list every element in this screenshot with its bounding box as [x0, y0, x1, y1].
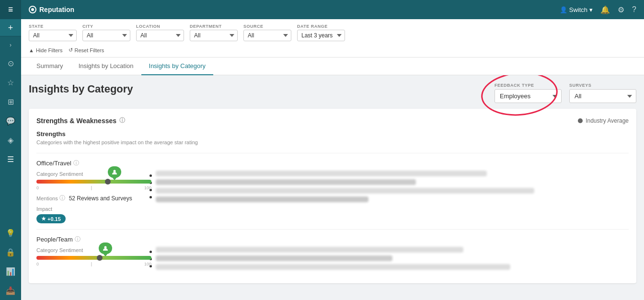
- logo-text: ☰: [8, 7, 13, 13]
- top-bar: Reputation 👤 Switch ▾ 🔔 ⚙ ?: [21, 0, 644, 19]
- sidebar-item-inbox[interactable]: 📥: [0, 281, 21, 300]
- feedback-type-group: FEEDBACK TYPE Employees: [494, 83, 562, 103]
- bar-labels: 0 | 100: [36, 185, 151, 190]
- category-left-people-team: People/Team ⓘ Category Sentiment 0: [36, 235, 142, 266]
- hide-filters-label: Hide Filters: [36, 47, 63, 53]
- blurred-bar-4: [156, 196, 368, 202]
- department-select[interactable]: All: [190, 30, 238, 41]
- tab-insights-location[interactable]: Insights by Location: [71, 58, 141, 75]
- sentiment-label-office-travel: Category Sentiment: [36, 171, 142, 177]
- card-title: Strengths & Weaknesses ⓘ: [36, 116, 125, 125]
- sidebar: ☰ + › ⊙ ☆ ⊞ 💬 ◈ ☰ 💡 🔒 📊 📥: [0, 0, 21, 300]
- content-area: Insights by Category FEEDBACK TYPE Emplo…: [21, 75, 644, 300]
- blurred-bar-3: [156, 188, 534, 194]
- impact-label: Impact: [36, 206, 142, 212]
- source-filter-group: SOURCE All: [243, 24, 291, 41]
- blurred-data-office-travel: [156, 171, 629, 202]
- svg-point-3: [104, 246, 107, 249]
- sidebar-item-lightbulb[interactable]: 💡: [0, 223, 21, 242]
- send-icon: ◈: [8, 136, 13, 145]
- brand-name: Reputation: [39, 6, 74, 13]
- sentiment-bar-track: [36, 180, 151, 184]
- sidebar-item-list[interactable]: ☰: [0, 150, 21, 169]
- dot-5: [150, 251, 152, 253]
- switch-button[interactable]: 👤 Switch ▾: [560, 6, 593, 13]
- blurred-data-people-team: [156, 247, 629, 270]
- feedback-type-select[interactable]: Employees: [494, 89, 562, 103]
- dot-4: [150, 196, 152, 198]
- user-icon: 👤: [560, 6, 567, 13]
- source-select[interactable]: All: [243, 30, 291, 41]
- sentiment-bar-track-2: [36, 256, 151, 260]
- sentiment-bubble-2: [99, 242, 112, 254]
- help-icon[interactable]: ?: [632, 5, 636, 14]
- settings-icon[interactable]: ⚙: [618, 5, 624, 14]
- mentions-label: Mentions ⓘ: [36, 194, 65, 202]
- impact-badge: ★ +0.15: [36, 214, 66, 223]
- sentiment-label-people-team: Category Sentiment: [36, 247, 142, 253]
- sentiment-marker: [105, 179, 111, 185]
- sidebar-item-lock[interactable]: 🔒: [0, 242, 21, 262]
- dot-1: [150, 174, 152, 177]
- industry-dot: [578, 118, 583, 123]
- mentions-info-icon[interactable]: ⓘ: [59, 194, 65, 202]
- switch-chevron-icon: ▾: [589, 6, 593, 13]
- tab-summary[interactable]: Summary: [29, 58, 71, 75]
- date-range-filter-group: DATE RANGE Last 3 years: [297, 24, 345, 41]
- hide-filters-button[interactable]: ▲ Hide Filters: [29, 47, 63, 53]
- card-header: Strengths & Weaknesses ⓘ Industry Averag…: [36, 116, 629, 125]
- person-icon: [112, 169, 117, 175]
- sidebar-logo: ☰: [0, 0, 21, 19]
- sidebar-item-grid[interactable]: ⊞: [0, 92, 21, 111]
- category-info-icon-2[interactable]: ⓘ: [75, 235, 80, 243]
- location-label: LOCATION: [136, 24, 184, 29]
- tab-insights-category[interactable]: Insights by Category: [141, 58, 214, 75]
- surveys-group: SURVEYS All: [569, 83, 636, 103]
- mentions-value: 52 Reviews and Surveys: [69, 195, 132, 202]
- sidebar-add-button[interactable]: +: [0, 19, 21, 36]
- bar-labels-2: 0 | 100: [36, 262, 151, 266]
- blurred-bar-5: [156, 247, 463, 253]
- city-select[interactable]: All: [82, 30, 130, 41]
- star-icon: ☆: [7, 78, 14, 87]
- strengths-weaknesses-card: Strengths & Weaknesses ⓘ Industry Averag…: [29, 109, 636, 283]
- feedback-type-label: FEEDBACK TYPE: [494, 83, 562, 88]
- card-title-info-icon[interactable]: ⓘ: [119, 116, 125, 125]
- category-name-office-travel: Office/Travel ⓘ: [36, 159, 142, 167]
- sentiment-bar-office-travel: 0 | 100: [36, 180, 151, 190]
- state-select[interactable]: All: [29, 30, 77, 41]
- strengths-title: Strengths: [36, 130, 629, 138]
- sentiment-marker-2: [97, 255, 103, 261]
- category-left-office-travel: Office/Travel ⓘ Category Sentiment 0: [36, 159, 142, 223]
- location-filter-group: LOCATION All: [136, 24, 184, 41]
- blurred-bar-2: [156, 179, 416, 185]
- plus-icon: +: [8, 23, 13, 32]
- date-range-select[interactable]: Last 3 years: [297, 30, 345, 41]
- city-label: CITY: [82, 24, 130, 29]
- sidebar-item-chat[interactable]: 💬: [0, 111, 21, 130]
- switch-label: Switch: [569, 6, 587, 13]
- bell-icon[interactable]: 🔔: [600, 5, 610, 14]
- person-icon-2: [103, 245, 108, 251]
- top-bar-right: 👤 Switch ▾ 🔔 ⚙ ?: [560, 5, 636, 14]
- sidebar-item-chart[interactable]: 📊: [0, 262, 21, 281]
- state-filter-group: STATE All: [29, 24, 77, 41]
- industry-average-legend: Industry Average: [578, 117, 629, 124]
- impact-value: +0.15: [47, 216, 61, 222]
- sidebar-item-home[interactable]: ⊙: [0, 54, 21, 73]
- sidebar-collapse[interactable]: ›: [0, 36, 21, 54]
- sidebar-item-star[interactable]: ☆: [0, 73, 21, 92]
- brand-logo: Reputation: [29, 6, 74, 13]
- filter-bar: STATE All CITY All LOCATION All DEPARTME…: [21, 19, 644, 58]
- location-select[interactable]: All: [136, 30, 184, 41]
- hide-filters-icon: ▲: [29, 47, 34, 53]
- category-dots-bars-people-team: [150, 235, 629, 270]
- sidebar-item-send[interactable]: ◈: [0, 130, 21, 150]
- category-name-people-team: People/Team ⓘ: [36, 235, 142, 243]
- reset-filters-button[interactable]: ↺ Reset Filters: [69, 47, 104, 53]
- category-info-icon[interactable]: ⓘ: [73, 159, 79, 167]
- page-header: Insights by Category FEEDBACK TYPE Emplo…: [29, 83, 636, 103]
- date-range-label: DATE RANGE: [297, 24, 345, 29]
- surveys-select[interactable]: All: [569, 89, 636, 103]
- mentions-row-office-travel: Mentions ⓘ 52 Reviews and Surveys: [36, 194, 142, 202]
